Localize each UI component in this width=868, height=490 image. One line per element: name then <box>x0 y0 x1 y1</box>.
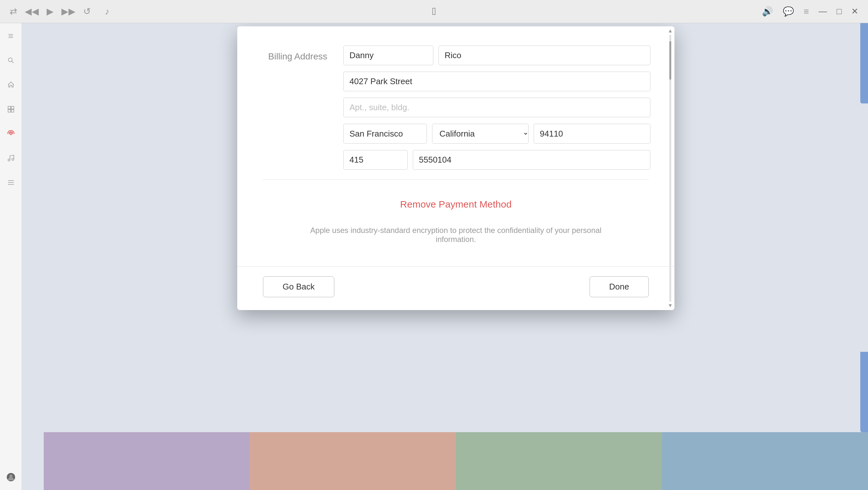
close-button[interactable]: ✕ <box>851 6 858 17</box>
rewind-icon[interactable]: ◀◀ <box>25 6 39 17</box>
svg-point-6 <box>10 133 12 135</box>
go-back-button[interactable]: Go Back <box>263 276 334 297</box>
billing-address-label: Billing Address <box>263 45 327 170</box>
city-state-zip-row: Alabama Alaska Arizona Arkansas Californ… <box>343 124 650 143</box>
address1-row <box>343 72 650 91</box>
phone-number-input[interactable] <box>413 150 650 170</box>
state-select[interactable]: Alabama Alaska Arizona Arkansas Californ… <box>432 124 528 143</box>
sidebar-store-icon[interactable] <box>4 152 18 164</box>
address2-input[interactable] <box>343 98 650 117</box>
section-divider <box>263 179 649 179</box>
scroll-up-arrow[interactable]: ▲ <box>668 28 673 33</box>
encryption-notice: Apple uses industry-standard encryption … <box>263 226 649 244</box>
volume-icon[interactable]: 🔊 <box>762 6 773 17</box>
sidebar-user-icon[interactable] <box>4 471 18 484</box>
svg-line-1 <box>11 61 13 63</box>
maximize-button[interactable]: □ <box>837 6 842 17</box>
music-note-icon: ♪ <box>105 6 109 17</box>
modal-scrollbar: ▲ ▼ <box>669 26 672 310</box>
zip-input[interactable] <box>534 124 650 143</box>
fastforward-icon[interactable]: ▶▶ <box>61 6 75 17</box>
shuffle-icon[interactable]: ⇄ <box>10 6 17 17</box>
modal-dialog: ▲ ▼ Billing Address <box>237 26 675 310</box>
svg-rect-2 <box>8 106 10 109</box>
svg-point-0 <box>8 58 12 62</box>
modal-content: Billing Address <box>237 26 675 257</box>
svg-rect-3 <box>11 106 14 109</box>
sidebar-playlist-icon[interactable] <box>4 176 18 189</box>
last-name-input[interactable] <box>438 45 650 65</box>
remove-payment-section: Remove Payment Method <box>263 189 649 216</box>
svg-rect-5 <box>11 109 14 112</box>
svg-point-7 <box>8 159 10 161</box>
play-icon[interactable]: ▶ <box>46 6 54 17</box>
title-bar-right: 🔊 💬 ≡ — □ ✕ <box>762 6 858 17</box>
svg-point-8 <box>12 158 14 160</box>
sidebar-search-icon[interactable] <box>4 54 18 67</box>
phone-row <box>343 150 650 170</box>
address1-input[interactable] <box>343 72 650 91</box>
svg-rect-4 <box>8 109 10 112</box>
remove-payment-link[interactable]: Remove Payment Method <box>400 199 512 209</box>
playback-controls: ⇄ ◀◀ ▶ ▶▶ ↺ ♪ <box>10 6 109 17</box>
queue-icon[interactable]: ≡ <box>804 6 809 17</box>
area-code-input[interactable] <box>343 150 408 170</box>
modal-overlay: ▲ ▼ Billing Address <box>44 23 868 490</box>
main-area: ≡ <box>0 23 868 490</box>
minimize-button[interactable]: — <box>818 6 827 17</box>
billing-fields: Alabama Alaska Arizona Arkansas Californ… <box>343 45 650 170</box>
sidebar: ≡ <box>0 23 22 490</box>
scroll-down-arrow[interactable]: ▼ <box>668 303 673 308</box>
done-button[interactable]: Done <box>590 276 649 297</box>
apple-logo-icon:  <box>432 5 436 18</box>
sidebar-home-icon[interactable] <box>4 78 18 91</box>
sidebar-radio-icon[interactable] <box>4 127 18 140</box>
billing-address-section: Billing Address <box>263 45 649 170</box>
address2-row <box>343 98 650 117</box>
scroll-thumb <box>669 41 671 80</box>
first-name-input[interactable] <box>343 45 433 65</box>
content-area: ▲ ▼ Billing Address <box>22 23 868 490</box>
city-input[interactable] <box>343 124 427 143</box>
name-row <box>343 45 650 65</box>
app-window: ⇄ ◀◀ ▶ ▶▶ ↺ ♪  🔊 💬 ≡ — □ ✕ ≡ <box>0 0 868 490</box>
modal-footer: Go Back Done <box>237 267 675 310</box>
repeat-icon[interactable]: ↺ <box>83 6 91 17</box>
sidebar-menu-icon[interactable]: ≡ <box>4 30 18 42</box>
lyrics-icon[interactable]: 💬 <box>783 6 794 17</box>
scroll-track[interactable] <box>669 35 671 302</box>
sidebar-grid-icon[interactable] <box>4 103 18 116</box>
title-bar: ⇄ ◀◀ ▶ ▶▶ ↺ ♪  🔊 💬 ≡ — □ ✕ <box>0 0 868 23</box>
